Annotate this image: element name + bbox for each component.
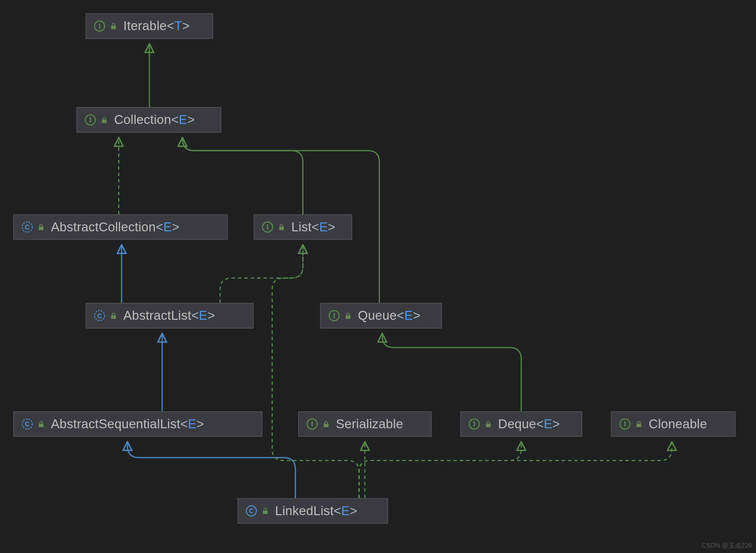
diagram-canvas: IIterable<T>ICollection<E>CAbstractColle… bbox=[0, 0, 756, 553]
interface-icon: I bbox=[306, 418, 319, 431]
node-queue[interactable]: IQueue<E> bbox=[320, 303, 442, 329]
interface-icon: I bbox=[93, 20, 106, 32]
lock-icon bbox=[37, 223, 45, 231]
edge-abslist-to-list bbox=[220, 246, 303, 303]
node-label: Cloneable bbox=[649, 417, 707, 432]
svg-text:C: C bbox=[97, 312, 102, 319]
abstract-icon: C bbox=[21, 418, 34, 431]
abstract-icon: C bbox=[93, 309, 106, 322]
lock-icon bbox=[261, 507, 270, 515]
node-label: Deque<E> bbox=[498, 417, 560, 432]
svg-text:I: I bbox=[624, 420, 626, 428]
edges-layer bbox=[0, 0, 756, 553]
lock-icon bbox=[100, 116, 108, 124]
lock-icon bbox=[278, 223, 286, 231]
node-label: Serializable bbox=[336, 417, 403, 432]
node-label: Iterable<T> bbox=[124, 19, 190, 34]
lock-icon bbox=[344, 312, 352, 320]
edge-linked-to-clone bbox=[359, 443, 672, 498]
edge-linked-to-absseq bbox=[127, 443, 295, 498]
class-icon: C bbox=[245, 505, 258, 517]
node-serial[interactable]: ISerializable bbox=[298, 411, 432, 437]
node-abslist[interactable]: CAbstractList<E> bbox=[86, 303, 254, 329]
interface-icon: I bbox=[261, 221, 274, 234]
interface-icon: I bbox=[619, 418, 631, 431]
lock-icon bbox=[110, 22, 118, 30]
svg-text:I: I bbox=[333, 312, 335, 320]
svg-text:I: I bbox=[90, 116, 92, 124]
lock-icon bbox=[110, 312, 118, 320]
node-deque[interactable]: IDeque<E> bbox=[461, 411, 582, 437]
svg-text:C: C bbox=[249, 507, 254, 514]
node-label: AbstractList<E> bbox=[124, 308, 215, 323]
svg-text:C: C bbox=[25, 224, 30, 231]
node-linked[interactable]: CLinkedList<E> bbox=[237, 498, 388, 524]
interface-icon: I bbox=[84, 114, 97, 126]
node-abscoll[interactable]: CAbstractCollection<E> bbox=[14, 214, 228, 240]
svg-text:I: I bbox=[99, 22, 101, 30]
lock-icon bbox=[484, 420, 492, 428]
node-label: LinkedList<E> bbox=[275, 504, 358, 519]
node-iterable[interactable]: IIterable<T> bbox=[86, 14, 213, 39]
node-label: Collection<E> bbox=[114, 112, 195, 127]
svg-text:C: C bbox=[25, 421, 30, 427]
node-label: List<E> bbox=[292, 220, 336, 235]
lock-icon bbox=[635, 420, 643, 428]
node-label: AbstractSequentialList<E> bbox=[51, 417, 204, 432]
node-collection[interactable]: ICollection<E> bbox=[76, 107, 221, 133]
edge-list-to-collection bbox=[183, 139, 303, 215]
edge-linked-to-list bbox=[272, 246, 359, 498]
node-list[interactable]: IList<E> bbox=[254, 214, 352, 240]
node-absseq[interactable]: CAbstractSequentialList<E> bbox=[14, 411, 263, 437]
interface-icon: I bbox=[468, 418, 481, 431]
lock-icon bbox=[322, 420, 330, 428]
svg-text:I: I bbox=[311, 420, 313, 428]
interface-icon: I bbox=[328, 309, 341, 322]
svg-text:I: I bbox=[473, 420, 475, 428]
svg-text:I: I bbox=[267, 223, 269, 231]
edge-linked-to-deque bbox=[359, 443, 521, 498]
watermark: CSDN @玉成226 bbox=[702, 542, 752, 550]
node-label: Queue<E> bbox=[358, 308, 420, 323]
lock-icon bbox=[37, 420, 45, 428]
abstract-icon: C bbox=[21, 221, 34, 234]
node-label: AbstractCollection<E> bbox=[51, 220, 180, 235]
node-clone[interactable]: ICloneable bbox=[611, 411, 736, 437]
edge-deque-to-queue bbox=[382, 334, 521, 412]
